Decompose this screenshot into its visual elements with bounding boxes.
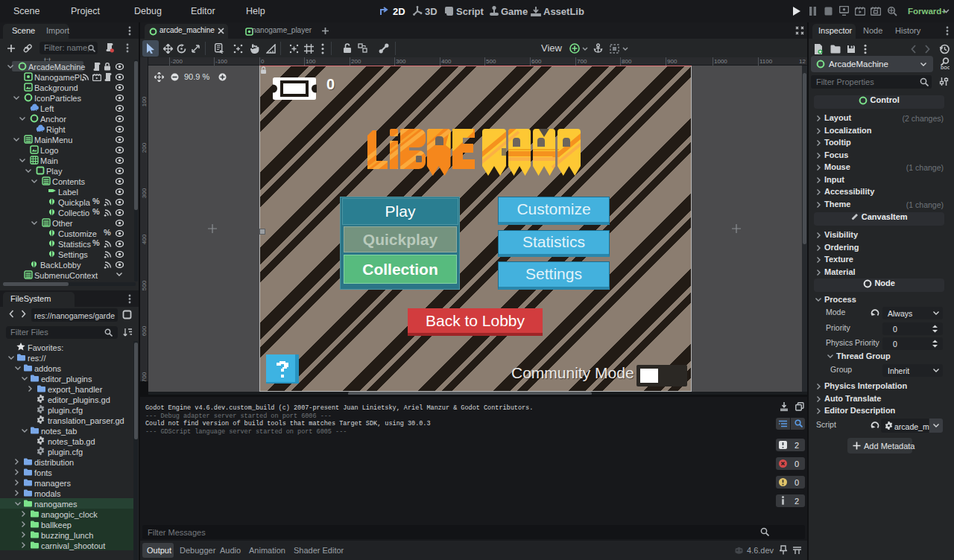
- svg-text:DOC: DOC: [941, 66, 950, 70]
